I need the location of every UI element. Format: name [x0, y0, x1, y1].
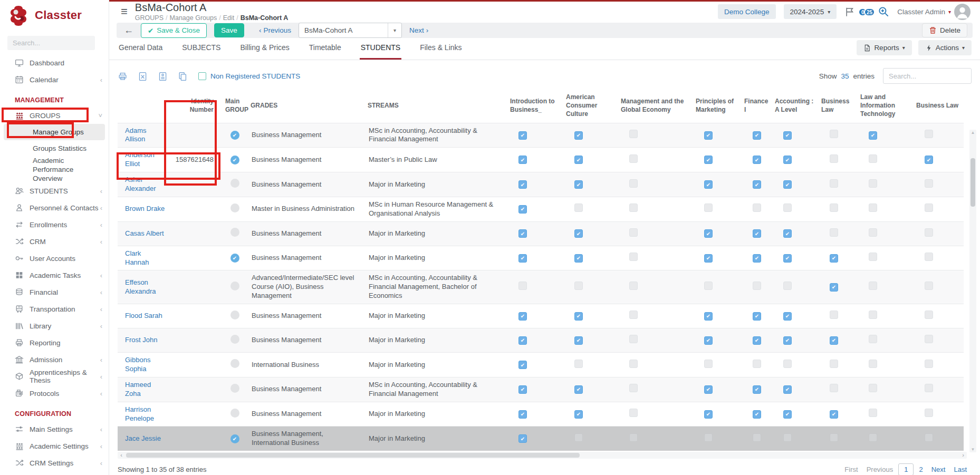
- subject-checkbox[interactable]: ✔: [783, 180, 792, 189]
- classter-logo[interactable]: Classter: [0, 0, 109, 31]
- subject-checkbox[interactable]: [869, 409, 877, 417]
- subject-checkbox[interactable]: ✔: [518, 434, 527, 443]
- subject-checkbox[interactable]: [629, 384, 638, 392]
- subject-checkbox[interactable]: [783, 282, 792, 290]
- subject-checkbox[interactable]: [753, 203, 761, 212]
- column-header-accounting-a-level[interactable]: Accounting : A Level: [772, 89, 818, 123]
- subject-checkbox[interactable]: ✔: [518, 361, 527, 369]
- sidebar-item-enrollments[interactable]: Enrollments‹: [0, 216, 109, 233]
- student-link[interactable]: Flood Sarah: [125, 312, 162, 319]
- horizontal-scrollbar[interactable]: ‹ ›: [118, 452, 967, 459]
- subject-checkbox[interactable]: [830, 360, 838, 368]
- subject-checkbox[interactable]: ✔: [704, 312, 713, 321]
- subject-checkbox[interactable]: ✔: [869, 131, 877, 140]
- subject-checkbox[interactable]: [869, 433, 877, 442]
- subject-checkbox[interactable]: [830, 130, 838, 138]
- subject-checkbox[interactable]: ✔: [574, 180, 583, 189]
- sidebar-item-dashboard[interactable]: Dashboard: [0, 54, 109, 71]
- subject-checkbox[interactable]: [629, 130, 638, 138]
- subject-checkbox[interactable]: ✔: [783, 229, 792, 238]
- table-row[interactable]: Adams Allison✔Business ManagementMSc in …: [118, 123, 964, 148]
- vertical-scroll-thumb[interactable]: [971, 158, 975, 207]
- sidebar-item-crm[interactable]: CRM‹: [0, 233, 109, 250]
- table-row[interactable]: Frost JohnBusiness ManagementMajor in Ma…: [118, 328, 964, 353]
- hamburger-menu-icon[interactable]: ≡: [121, 6, 128, 17]
- subject-checkbox[interactable]: [629, 282, 638, 290]
- scroll-left-icon[interactable]: ‹: [118, 452, 125, 459]
- subject-checkbox[interactable]: [629, 311, 638, 319]
- excel-file-icon[interactable]: [138, 72, 147, 81]
- horizontal-scroll-thumb[interactable]: [126, 453, 580, 458]
- subject-checkbox[interactable]: [629, 335, 638, 343]
- subject-checkbox[interactable]: ✔: [704, 180, 713, 189]
- subject-checkbox[interactable]: [830, 154, 838, 163]
- subject-checkbox[interactable]: ✔: [753, 385, 761, 394]
- subject-checkbox[interactable]: [629, 179, 638, 188]
- tab-general-data[interactable]: General Data: [118, 43, 164, 60]
- subject-checkbox[interactable]: [869, 203, 877, 212]
- subject-checkbox[interactable]: [869, 360, 877, 368]
- subject-checkbox[interactable]: ✔: [574, 336, 583, 345]
- save-button[interactable]: Save: [214, 23, 244, 37]
- next-button[interactable]: Next ›: [409, 26, 428, 34]
- subject-checkbox[interactable]: [629, 203, 638, 212]
- subject-checkbox[interactable]: [574, 203, 583, 212]
- subject-checkbox[interactable]: ✔: [753, 410, 761, 419]
- subject-checkbox[interactable]: [629, 433, 638, 442]
- user-menu[interactable]: Classter Admin ▾: [897, 4, 971, 20]
- subject-checkbox[interactable]: ✔: [753, 229, 761, 238]
- main-group-radio[interactable]: ✔: [230, 434, 239, 443]
- subject-checkbox[interactable]: ✔: [518, 131, 527, 140]
- subject-checkbox[interactable]: ✔: [518, 156, 527, 164]
- tab-subjects[interactable]: SUBJECTS: [181, 43, 222, 60]
- subject-checkbox[interactable]: ✔: [518, 254, 527, 263]
- subject-checkbox[interactable]: [869, 228, 877, 237]
- subject-checkbox[interactable]: ✔: [753, 131, 761, 140]
- subject-checkbox[interactable]: [925, 311, 933, 319]
- subject-checkbox[interactable]: ✔: [830, 336, 838, 345]
- subject-checkbox[interactable]: [925, 360, 933, 368]
- breadcrumb-item[interactable]: Edit: [223, 14, 235, 22]
- subject-checkbox[interactable]: [629, 253, 638, 261]
- subject-checkbox[interactable]: ✔: [783, 254, 792, 263]
- column-header-introduction-to-business-[interactable]: Introduction to Business_: [507, 89, 563, 123]
- page-size-select[interactable]: 35: [841, 72, 849, 80]
- sidebar-item-groups-statistics[interactable]: Groups Statistics: [4, 140, 105, 157]
- subject-checkbox[interactable]: ✔: [518, 410, 527, 419]
- subject-checkbox[interactable]: [925, 433, 933, 442]
- sidebar-item-calendar[interactable]: Calendar‹: [0, 71, 109, 88]
- subject-checkbox[interactable]: ✔: [783, 385, 792, 394]
- column-header-business-law[interactable]: Business Law: [913, 89, 964, 123]
- save-close-button[interactable]: ✔ Save & Close: [141, 23, 207, 38]
- sidebar-item-personnel-contacts[interactable]: Personnel & Contacts‹: [0, 199, 109, 216]
- subject-checkbox[interactable]: ✔: [783, 131, 792, 140]
- main-group-radio[interactable]: [230, 282, 239, 290]
- student-link[interactable]: Effeson Alexandra: [125, 278, 156, 295]
- student-link[interactable]: Harrison Penelope: [125, 405, 154, 422]
- subject-checkbox[interactable]: ✔: [830, 254, 838, 263]
- sidebar-item-academic-performance-overview[interactable]: Academic Performance Overview: [4, 157, 105, 182]
- student-link[interactable]: Casas Albert: [125, 229, 164, 237]
- pagination-next[interactable]: Next: [931, 466, 946, 473]
- main-group-radio[interactable]: ✔: [230, 131, 239, 140]
- student-link[interactable]: Anderson Elliot: [125, 151, 155, 168]
- sidebar-item-crm-settings[interactable]: CRM Settings‹: [0, 454, 109, 471]
- academic-year-dropdown[interactable]: 2024-2025 ▾: [784, 4, 837, 19]
- column-header-grades[interactable]: GRADES: [247, 89, 364, 123]
- table-search-input[interactable]: [883, 68, 972, 84]
- student-link[interactable]: Jace Jessie: [125, 434, 161, 442]
- table-row[interactable]: Clark Hannah✔Business ManagementMajor in…: [118, 246, 964, 270]
- pagination-last[interactable]: Last: [954, 466, 967, 473]
- subject-checkbox[interactable]: ✔: [574, 385, 583, 394]
- column-header-business-law[interactable]: Business Law: [818, 89, 857, 123]
- tab-billing-prices[interactable]: Billing & Prices: [239, 43, 290, 60]
- table-row[interactable]: Effeson AlexandraAdvanced/Intermediate/S…: [118, 270, 964, 304]
- subject-checkbox[interactable]: ✔: [704, 131, 713, 140]
- subject-checkbox[interactable]: ✔: [518, 229, 527, 238]
- column-header-principles-of-marketing[interactable]: Principles of Marketing: [693, 89, 741, 123]
- column-header-identity-number[interactable]: Identity Number: [168, 89, 222, 123]
- sidebar-item-students[interactable]: STUDENTS‹: [0, 182, 109, 199]
- main-group-radio[interactable]: [230, 335, 239, 344]
- subject-checkbox[interactable]: ✔: [753, 336, 761, 345]
- subject-checkbox[interactable]: ✔: [518, 336, 527, 345]
